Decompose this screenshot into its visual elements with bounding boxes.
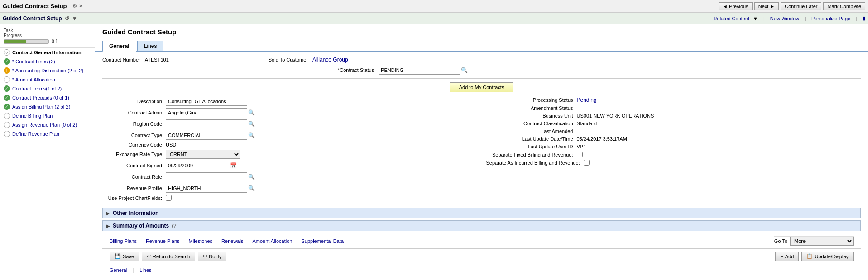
exchange-rate-type-label: Exchange Rate Type <box>102 152 166 157</box>
sidebar-label-define-billing: Define Billing Plan <box>12 113 53 119</box>
sidebar-item-assign-billing[interactable]: ✓ Assign Billing Plan (2 of 2) <box>0 102 95 111</box>
region-code-row: Region Code 🔍 <box>102 119 477 128</box>
close-icon[interactable]: ✕ <box>79 3 83 9</box>
new-window-link[interactable]: New Window <box>770 16 799 21</box>
contract-status-search-button[interactable]: 🔍 <box>461 67 468 73</box>
exchange-rate-type-row: Exchange Rate Type CRRNT <box>102 150 477 159</box>
bottom-action-bar: 💾 Save ↩ Return to Search ✉ Notify + <box>102 248 861 264</box>
contract-admin-input[interactable] <box>166 108 247 117</box>
update-display-button[interactable]: 📋 Update/Display <box>801 252 854 261</box>
renewals-link[interactable]: Renewals <box>221 238 243 244</box>
revenue-profile-label: Revenue Profile <box>102 185 166 191</box>
other-information-section-header[interactable]: ▶ Other Information <box>102 208 861 218</box>
sidebar-item-contract-prepaids[interactable]: ✓ Contract Prepaids (0 of 1) <box>0 93 95 102</box>
use-project-chartfields-row: Use Project ChartFields: <box>102 195 477 201</box>
personalize-page-link[interactable]: Personalize Page <box>811 16 850 21</box>
tab-general[interactable]: General <box>102 41 136 52</box>
sold-to-customer-label: Sold To Customer <box>269 57 310 62</box>
contract-status-input[interactable] <box>379 66 460 75</box>
contract-signed-input[interactable] <box>166 161 229 170</box>
bottom-links-divider: | <box>133 267 134 273</box>
contract-type-input[interactable] <box>166 131 247 140</box>
tab-lines[interactable]: Lines <box>137 41 164 51</box>
return-to-search-button[interactable]: ↩ Return to Search <box>142 252 195 261</box>
last-amended-label: Last Amended <box>486 128 577 134</box>
supplemental-data-link[interactable]: Supplemental Data <box>301 238 344 244</box>
sidebar-label-assign-revenue: Assign Revenue Plan (0 of 2) <box>12 122 77 128</box>
contract-signed-calendar-button[interactable]: 📅 <box>230 162 237 169</box>
add-button[interactable]: + Add <box>775 252 799 261</box>
amendment-status-row: Amendment Status <box>486 105 861 111</box>
contract-signed-label: Contract Signed <box>102 163 166 168</box>
bottom-general-link[interactable]: General <box>110 267 127 273</box>
description-label: Description <box>102 99 166 104</box>
continue-later-button[interactable]: Continue Later <box>781 2 821 10</box>
contract-type-label: Contract Type <box>102 133 166 138</box>
revenue-profile-search-button[interactable]: 🔍 <box>248 185 255 191</box>
separate-fixed-billing-label: Separate Fixed Billing and Revenue: <box>486 152 577 157</box>
sidebar-item-amount-allocation[interactable]: * Amount Allocation <box>0 75 95 84</box>
region-code-search-button[interactable]: 🔍 <box>248 121 255 127</box>
second-bar-title: Guided Contract Setup <box>3 15 62 22</box>
goto-select[interactable]: More <box>790 237 854 246</box>
revenue-profile-input[interactable] <box>166 184 247 193</box>
sidebar-icon-assign-revenue <box>4 122 10 128</box>
sidebar-item-define-billing[interactable]: Define Billing Plan <box>0 111 95 120</box>
contract-role-input[interactable] <box>166 172 247 181</box>
contract-role-search-button[interactable]: 🔍 <box>248 174 255 180</box>
contract-status-field-wrap: 🔍 <box>379 66 468 75</box>
separate-fixed-billing-checkbox[interactable] <box>577 152 583 157</box>
sidebar-item-contract-terms[interactable]: ✓ Contract Terms(1 of 2) <box>0 84 95 93</box>
bottom-action-right: + Add 📋 Update/Display <box>775 252 854 261</box>
billing-plans-link[interactable]: Billing Plans <box>110 238 137 244</box>
separate-as-incurred-billing-checkbox[interactable] <box>584 160 590 166</box>
exchange-rate-type-select[interactable]: CRRNT <box>166 150 240 159</box>
milestones-link[interactable]: Milestones <box>189 238 213 244</box>
description-input[interactable] <box>166 97 247 106</box>
form-col-left: Description Contract Admin 🔍 Region Code <box>102 97 482 203</box>
sidebar-icon-contract-general: ○ <box>4 49 10 56</box>
add-to-my-contracts-button[interactable]: Add to My Contracts <box>450 82 514 92</box>
next-button[interactable]: Next ► <box>754 2 779 10</box>
revenue-profile-row: Revenue Profile 🔍 <box>102 184 477 193</box>
sidebar-icon-define-billing <box>4 113 10 119</box>
gear-icon[interactable]: ⚙ <box>72 3 77 9</box>
progress-bar-wrap: 0 1 <box>4 39 91 44</box>
sold-to-customer-value[interactable]: Alliance Group <box>312 57 348 63</box>
sidebar-item-assign-revenue[interactable]: Assign Revenue Plan (0 of 2) <box>0 120 95 129</box>
contract-classification-label: Contract Classification <box>486 121 577 126</box>
notify-button[interactable]: ✉ Notify <box>198 252 226 261</box>
processing-status-value[interactable]: Pending <box>577 97 597 103</box>
summary-of-amounts-section-header[interactable]: ▶ Summary of Amounts (?) <box>102 220 861 231</box>
top-bar-title-area: Guided Contract Setup ⚙ ✕ <box>3 3 83 9</box>
mark-complete-button[interactable]: Mark Complete <box>823 2 865 10</box>
use-project-chartfields-checkbox[interactable] <box>166 195 172 201</box>
add-icon: + <box>780 254 783 259</box>
region-code-input[interactable] <box>166 119 247 128</box>
sidebar-label-amount-allocation: * Amount Allocation <box>12 77 55 82</box>
revenue-profile-wrap: 🔍 <box>166 184 255 193</box>
summary-help-icon[interactable]: (?) <box>172 223 177 228</box>
sidebar-icon-accounting-dist: ! <box>4 67 10 74</box>
related-content-link[interactable]: Related Content <box>714 16 750 21</box>
contract-type-search-button[interactable]: 🔍 <box>248 132 255 138</box>
page-title: Guided Contract Setup <box>95 24 868 38</box>
business-unit-value: US001 NEW YORK OPERATIONS <box>577 113 654 119</box>
contract-admin-wrap: 🔍 <box>166 108 255 117</box>
contract-admin-search-button[interactable]: 🔍 <box>248 109 255 116</box>
settings-dropdown-icon[interactable]: ▼ <box>72 15 77 22</box>
form-col-right: Processing Status Pending Amendment Stat… <box>482 97 861 203</box>
sidebar-item-contract-general[interactable]: ○ Contract General Information <box>0 48 95 57</box>
revenue-plans-link[interactable]: Revenue Plans <box>146 238 180 244</box>
add-label: Add <box>785 254 794 259</box>
bookmark-icon[interactable]: ▮ <box>863 15 865 21</box>
refresh-icon[interactable]: ↺ <box>65 15 69 22</box>
sidebar-item-contract-lines[interactable]: ✓ * Contract Lines (2) <box>0 57 95 66</box>
sidebar-item-accounting-dist[interactable]: ! * Accounting Distribution (2 of 2) <box>0 66 95 75</box>
sidebar-item-define-revenue[interactable]: Define Revenue Plan <box>0 129 95 138</box>
previous-button[interactable]: ◄ Previous <box>719 2 753 10</box>
last-update-userid-label: Last Update User ID <box>486 144 577 149</box>
save-button[interactable]: 💾 Save <box>110 252 139 261</box>
amount-allocation-link[interactable]: Amount Allocation <box>252 238 292 244</box>
bottom-lines-link[interactable]: Lines <box>139 267 151 273</box>
